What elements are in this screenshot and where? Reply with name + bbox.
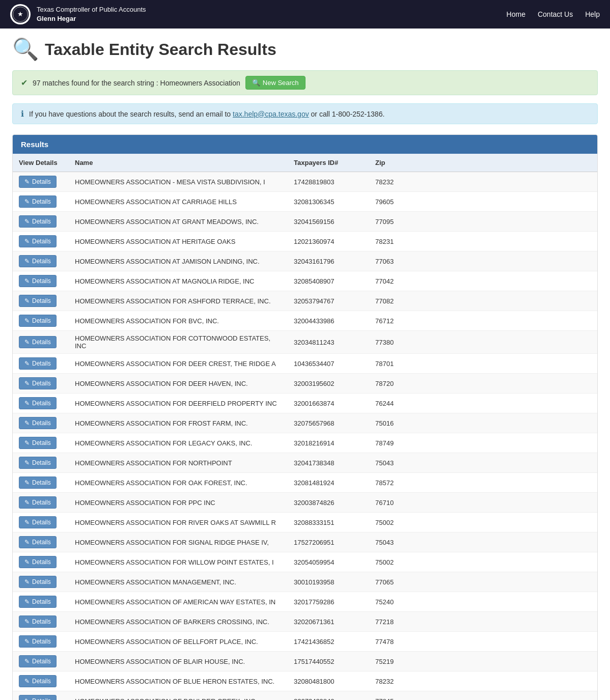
details-icon: ✎ [24,380,30,387]
main-content: 🔍 Taxable Entity Search Results ✔ 97 mat… [0,29,610,700]
table-cell-zip: 77063 [369,251,597,271]
nav-contact[interactable]: Contact Us [538,10,573,18]
table-row: ✎ DetailsHOMEOWNERS ASSOCIATION FOR FROS… [13,413,597,433]
table-row: ✎ DetailsHOMEOWNERS ASSOCIATION FOR ASHF… [13,291,597,311]
table-row: ✎ DetailsHOMEOWNERS ASSOCIATION MANAGEME… [13,572,597,592]
table-cell-name: HOMEOWNERS ASSOCIATION OF BARKERS CROSSI… [69,612,288,632]
org-name-line1: Texas Comptroller of Public Accounts [37,5,146,14]
details-button[interactable]: ✎ Details [19,675,57,687]
table-cell-name: HOMEOWNERS ASSOCIATION AT JAMISON LANDIN… [69,251,288,271]
table-cell-zip: 77218 [369,612,597,632]
details-button[interactable]: ✎ Details [19,556,57,568]
details-button[interactable]: ✎ Details [19,176,57,188]
details-button[interactable]: ✎ Details [19,255,57,267]
table-cell-name: HOMEOWNERS ASSOCIATION FOR DEER CREST, T… [69,354,288,374]
details-button[interactable]: ✎ Details [19,437,57,449]
table-cell-name: HOMEOWNERS ASSOCIATION - MESA VISTA SUBD… [69,172,288,192]
col-header-name: Name [69,154,288,172]
table-cell-zip: 78720 [369,374,597,394]
table-cell-view-details: ✎ Details [13,192,69,212]
header-branding: ★ Texas Comptroller of Public Accounts G… [10,4,146,24]
table-row: ✎ DetailsHOMEOWNERS ASSOCIATION AT MAGNO… [13,271,597,291]
table-row: ✎ DetailsHOMEOWNERS ASSOCIATION OF BLUE … [13,671,597,691]
table-cell-view-details: ✎ Details [13,473,69,493]
details-button[interactable]: ✎ Details [19,516,57,528]
details-button[interactable]: ✎ Details [19,655,57,667]
table-row: ✎ DetailsHOMEOWNERS ASSOCIATION AT GRANT… [13,212,597,232]
table-cell-tax-id: 32075657968 [288,413,369,433]
table-cell-name: HOMEOWNERS ASSOCIATION FOR DEER HAVEN, I… [69,374,288,394]
table-row: ✎ DetailsHOMEOWNERS ASSOCIATION OF BARKE… [13,612,597,632]
search-icon: 🔍 [12,39,39,60]
site-header: ★ Texas Comptroller of Public Accounts G… [0,0,610,29]
details-button[interactable]: ✎ Details [19,477,57,489]
details-button[interactable]: ✎ Details [19,496,57,509]
new-search-button[interactable]: 🔍 New Search [245,76,306,90]
details-icon: ✎ [24,598,30,605]
details-button[interactable]: ✎ Details [19,275,57,287]
nav-home[interactable]: Home [507,10,525,18]
table-cell-zip: 76710 [369,493,597,513]
details-button[interactable]: ✎ Details [19,596,57,608]
email-link[interactable]: tax.help@cpa.texas.gov [233,110,309,118]
table-row: ✎ DetailsHOMEOWNERS ASSOCIATION FOR DEER… [13,354,597,374]
details-button[interactable]: ✎ Details [19,457,57,469]
details-icon: ✎ [24,638,30,645]
success-message: 97 matches found for the search string :… [33,79,240,87]
details-icon: ✎ [24,539,30,546]
header-nav: Home Contact Us Help [507,10,600,18]
details-button[interactable]: ✎ Details [19,615,57,628]
details-icon: ✎ [24,658,30,665]
search-btn-icon: 🔍 [252,79,260,87]
details-icon: ✎ [24,499,30,506]
results-table: View Details Name Taxpayers ID# Zip ✎ De… [13,154,597,700]
table-row: ✎ DetailsHOMEOWNERS ASSOCIATION OF BELLF… [13,632,597,652]
results-panel-title: Results [21,140,48,149]
table-cell-tax-id: 32072439840 [288,691,369,701]
details-icon: ✎ [24,479,30,486]
table-cell-view-details: ✎ Details [13,374,69,394]
table-cell-tax-id: 32041569156 [288,212,369,232]
table-cell-zip: 78572 [369,473,597,493]
table-cell-zip: 78232 [369,671,597,691]
details-button[interactable]: ✎ Details [19,576,57,588]
table-cell-view-details: ✎ Details [13,331,69,354]
table-cell-name: HOMEOWNERS ASSOCIATION OF BELLFORT PLACE… [69,632,288,652]
table-body: ✎ DetailsHOMEOWNERS ASSOCIATION - MESA V… [13,172,597,701]
details-button[interactable]: ✎ Details [19,215,57,228]
details-button[interactable]: ✎ Details [19,417,57,429]
details-button[interactable]: ✎ Details [19,315,57,327]
details-button[interactable]: ✎ Details [19,536,57,548]
table-cell-name: HOMEOWNERS ASSOCIATION AT MAGNOLIA RIDGE… [69,271,288,291]
header-title-block: Texas Comptroller of Public Accounts Gle… [37,5,146,23]
details-button[interactable]: ✎ Details [19,397,57,409]
table-cell-name: HOMEOWNERS ASSOCIATION OF BLUE HERON EST… [69,671,288,691]
table-cell-zip: 77478 [369,632,597,652]
details-button[interactable]: ✎ Details [19,635,57,648]
details-button[interactable]: ✎ Details [19,695,57,700]
details-button[interactable]: ✎ Details [19,377,57,389]
table-cell-tax-id: 32003874826 [288,493,369,513]
table-cell-zip: 77095 [369,212,597,232]
table-cell-view-details: ✎ Details [13,513,69,533]
table-cell-zip: 75043 [369,453,597,473]
org-name-line2: Glenn Hegar [37,14,146,23]
details-button[interactable]: ✎ Details [19,336,57,348]
table-cell-tax-id: 32001663874 [288,394,369,413]
table-cell-tax-id: 17421436852 [288,632,369,652]
results-panel-header: Results [13,135,597,154]
details-icon: ✎ [24,339,30,346]
details-button[interactable]: ✎ Details [19,357,57,370]
table-cell-view-details: ✎ Details [13,612,69,632]
details-icon: ✎ [24,198,30,205]
details-button[interactable]: ✎ Details [19,195,57,208]
table-cell-name: HOMEOWNERS ASSOCIATION OF BLAIR HOUSE, I… [69,652,288,671]
details-button[interactable]: ✎ Details [19,295,57,307]
details-button[interactable]: ✎ Details [19,235,57,247]
nav-help[interactable]: Help [585,10,600,18]
table-cell-zip: 77065 [369,572,597,592]
details-icon: ✎ [24,558,30,566]
table-cell-tax-id: 32081306345 [288,192,369,212]
details-icon: ✎ [24,678,30,685]
table-cell-tax-id: 17517440552 [288,652,369,671]
